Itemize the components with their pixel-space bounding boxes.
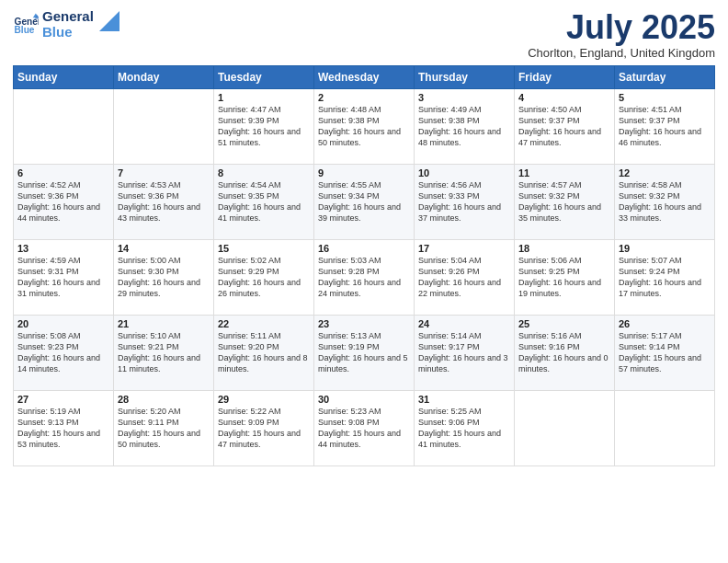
day-number: 25 [518, 318, 610, 329]
day-info: Sunrise: 5:23 AMSunset: 9:08 PMDaylight:… [318, 406, 410, 451]
day-number: 2 [318, 92, 410, 103]
day-info: Sunrise: 4:48 AMSunset: 9:38 PMDaylight:… [318, 104, 410, 149]
day-info: Sunrise: 5:02 AMSunset: 9:29 PMDaylight:… [218, 255, 310, 300]
day-info: Sunrise: 5:06 AMSunset: 9:25 PMDaylight:… [518, 255, 610, 300]
day-number: 23 [318, 318, 410, 329]
day-info: Sunrise: 5:03 AMSunset: 9:28 PMDaylight:… [318, 255, 410, 300]
calendar-cell: 5Sunrise: 4:51 AMSunset: 9:37 PMDaylight… [615, 88, 715, 164]
day-info: Sunrise: 5:07 AMSunset: 9:24 PMDaylight:… [619, 255, 711, 300]
logo-icon: General Blue [13, 12, 39, 38]
day-info: Sunrise: 5:17 AMSunset: 9:14 PMDaylight:… [619, 330, 711, 375]
calendar-cell: 25Sunrise: 5:16 AMSunset: 9:16 PMDayligh… [515, 315, 615, 390]
calendar-header-friday: Friday [515, 65, 615, 88]
calendar-cell: 24Sunrise: 5:14 AMSunset: 9:17 PMDayligh… [415, 315, 515, 390]
day-number: 24 [418, 318, 510, 329]
svg-marker-4 [99, 11, 119, 31]
day-number: 13 [17, 243, 109, 254]
calendar-cell: 7Sunrise: 4:53 AMSunset: 9:36 PMDaylight… [114, 164, 214, 239]
subtitle: Chorlton, England, United Kingdom [528, 46, 715, 60]
day-number: 30 [318, 394, 410, 405]
day-info: Sunrise: 4:49 AMSunset: 9:38 PMDaylight:… [418, 104, 510, 149]
day-number: 10 [418, 167, 510, 178]
calendar-cell: 14Sunrise: 5:00 AMSunset: 9:30 PMDayligh… [114, 239, 214, 315]
calendar-header-wednesday: Wednesday [314, 65, 415, 88]
day-number: 16 [318, 243, 410, 254]
day-number: 8 [218, 167, 310, 178]
logo: General Blue General Blue [13, 9, 119, 40]
day-number: 7 [118, 167, 210, 178]
day-info: Sunrise: 4:52 AMSunset: 9:36 PMDaylight:… [17, 179, 109, 224]
calendar-header-tuesday: Tuesday [214, 65, 314, 88]
calendar-cell: 1Sunrise: 4:47 AMSunset: 9:39 PMDaylight… [214, 88, 314, 164]
calendar-cell: 27Sunrise: 5:19 AMSunset: 9:13 PMDayligh… [14, 390, 114, 465]
day-info: Sunrise: 4:47 AMSunset: 9:39 PMDaylight:… [218, 104, 310, 149]
calendar-cell: 9Sunrise: 4:55 AMSunset: 9:34 PMDaylight… [314, 164, 415, 239]
calendar-page: General Blue General Blue July 2025 Chor… [0, 0, 728, 563]
calendar-cell: 8Sunrise: 4:54 AMSunset: 9:35 PMDaylight… [214, 164, 314, 239]
calendar-cell [14, 88, 114, 164]
day-number: 21 [118, 318, 210, 329]
calendar-week-4: 20Sunrise: 5:08 AMSunset: 9:23 PMDayligh… [14, 315, 715, 390]
calendar-cell: 29Sunrise: 5:22 AMSunset: 9:09 PMDayligh… [214, 390, 314, 465]
day-info: Sunrise: 4:54 AMSunset: 9:35 PMDaylight:… [218, 179, 310, 224]
day-info: Sunrise: 5:16 AMSunset: 9:16 PMDaylight:… [518, 330, 610, 375]
logo-triangle-icon [99, 11, 119, 31]
calendar-cell: 30Sunrise: 5:23 AMSunset: 9:08 PMDayligh… [314, 390, 415, 465]
day-number: 31 [418, 394, 510, 405]
calendar-cell: 16Sunrise: 5:03 AMSunset: 9:28 PMDayligh… [314, 239, 415, 315]
day-number: 4 [518, 92, 610, 103]
title-block: July 2025 Chorlton, England, United King… [528, 9, 715, 60]
calendar-week-2: 6Sunrise: 4:52 AMSunset: 9:36 PMDaylight… [14, 164, 715, 239]
calendar-header-monday: Monday [114, 65, 214, 88]
calendar-cell: 26Sunrise: 5:17 AMSunset: 9:14 PMDayligh… [615, 315, 715, 390]
day-info: Sunrise: 5:11 AMSunset: 9:20 PMDaylight:… [218, 330, 310, 375]
day-info: Sunrise: 5:20 AMSunset: 9:11 PMDaylight:… [118, 406, 210, 451]
calendar-header-sunday: Sunday [14, 65, 114, 88]
day-number: 28 [118, 394, 210, 405]
day-info: Sunrise: 5:00 AMSunset: 9:30 PMDaylight:… [118, 255, 210, 300]
calendar-cell: 17Sunrise: 5:04 AMSunset: 9:26 PMDayligh… [415, 239, 515, 315]
calendar-cell [114, 88, 214, 164]
calendar-cell: 10Sunrise: 4:56 AMSunset: 9:33 PMDayligh… [415, 164, 515, 239]
day-info: Sunrise: 5:22 AMSunset: 9:09 PMDaylight:… [218, 406, 310, 451]
day-info: Sunrise: 4:57 AMSunset: 9:32 PMDaylight:… [518, 179, 610, 224]
calendar-cell: 6Sunrise: 4:52 AMSunset: 9:36 PMDaylight… [14, 164, 114, 239]
day-info: Sunrise: 5:08 AMSunset: 9:23 PMDaylight:… [17, 330, 109, 375]
calendar-cell [515, 390, 615, 465]
day-info: Sunrise: 4:56 AMSunset: 9:33 PMDaylight:… [418, 179, 510, 224]
calendar-header-saturday: Saturday [615, 65, 715, 88]
calendar-cell: 18Sunrise: 5:06 AMSunset: 9:25 PMDayligh… [515, 239, 615, 315]
day-number: 27 [17, 394, 109, 405]
calendar-week-3: 13Sunrise: 4:59 AMSunset: 9:31 PMDayligh… [14, 239, 715, 315]
calendar-cell: 12Sunrise: 4:58 AMSunset: 9:32 PMDayligh… [615, 164, 715, 239]
calendar-cell: 21Sunrise: 5:10 AMSunset: 9:21 PMDayligh… [114, 315, 214, 390]
day-info: Sunrise: 4:51 AMSunset: 9:37 PMDaylight:… [619, 104, 711, 149]
day-info: Sunrise: 5:10 AMSunset: 9:21 PMDaylight:… [118, 330, 210, 375]
day-number: 26 [619, 318, 711, 329]
day-number: 18 [518, 243, 610, 254]
calendar-header-row: SundayMondayTuesdayWednesdayThursdayFrid… [14, 65, 715, 88]
day-number: 11 [518, 167, 610, 178]
logo-text-general: General [42, 9, 94, 25]
day-number: 19 [619, 243, 711, 254]
day-info: Sunrise: 4:58 AMSunset: 9:32 PMDaylight:… [619, 179, 711, 224]
day-info: Sunrise: 5:13 AMSunset: 9:19 PMDaylight:… [318, 330, 410, 375]
day-number: 3 [418, 92, 510, 103]
day-number: 1 [218, 92, 310, 103]
day-number: 22 [218, 318, 310, 329]
day-number: 14 [118, 243, 210, 254]
calendar-cell: 28Sunrise: 5:20 AMSunset: 9:11 PMDayligh… [114, 390, 214, 465]
day-info: Sunrise: 5:25 AMSunset: 9:06 PMDaylight:… [418, 406, 510, 451]
calendar-cell: 13Sunrise: 4:59 AMSunset: 9:31 PMDayligh… [14, 239, 114, 315]
calendar-cell: 2Sunrise: 4:48 AMSunset: 9:38 PMDaylight… [314, 88, 415, 164]
day-info: Sunrise: 5:19 AMSunset: 9:13 PMDaylight:… [17, 406, 109, 451]
day-number: 29 [218, 394, 310, 405]
calendar-cell: 22Sunrise: 5:11 AMSunset: 9:20 PMDayligh… [214, 315, 314, 390]
svg-text:Blue: Blue [15, 25, 35, 35]
calendar-cell: 4Sunrise: 4:50 AMSunset: 9:37 PMDaylight… [515, 88, 615, 164]
calendar-cell: 11Sunrise: 4:57 AMSunset: 9:32 PMDayligh… [515, 164, 615, 239]
calendar-cell: 23Sunrise: 5:13 AMSunset: 9:19 PMDayligh… [314, 315, 415, 390]
day-info: Sunrise: 4:59 AMSunset: 9:31 PMDaylight:… [17, 255, 109, 300]
calendar-cell: 3Sunrise: 4:49 AMSunset: 9:38 PMDaylight… [415, 88, 515, 164]
day-info: Sunrise: 4:53 AMSunset: 9:36 PMDaylight:… [118, 179, 210, 224]
